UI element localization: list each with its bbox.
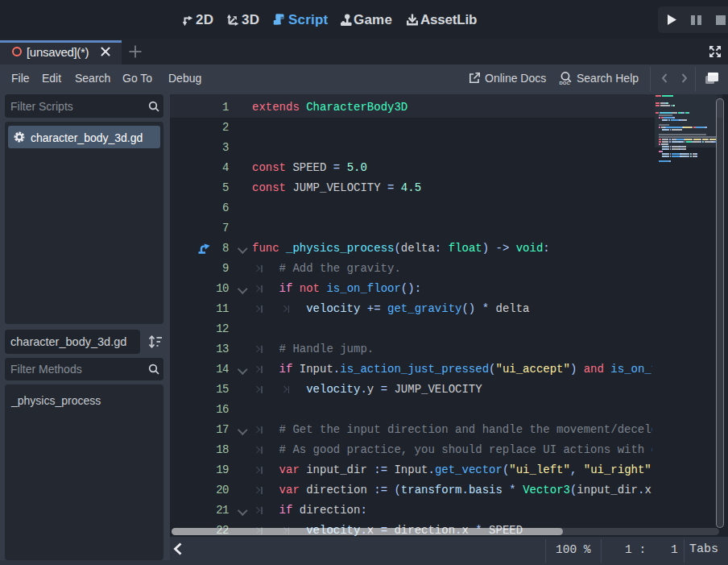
svg-text:DOC: DOC xyxy=(560,81,571,85)
